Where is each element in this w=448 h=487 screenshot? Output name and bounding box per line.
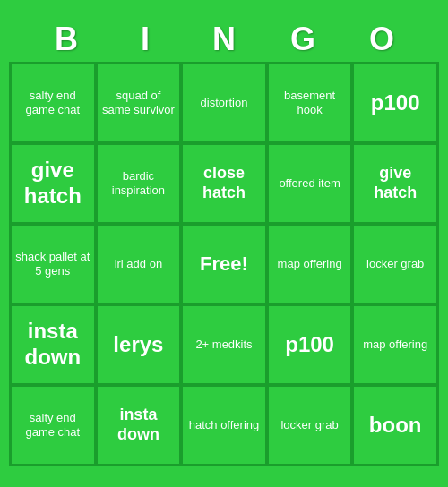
- cell-1-3: offered item: [268, 144, 352, 223]
- letter-g: G: [263, 21, 342, 58]
- bingo-grid: salty end game chat squad of same surviv…: [9, 62, 439, 466]
- cell-3-2: 2+ medkits: [182, 305, 266, 384]
- cell-2-4: locker grab: [353, 225, 437, 303]
- cell-1-0: give hatch: [11, 144, 95, 223]
- cell-0-3: basement hook: [268, 64, 352, 142]
- cell-2-3: map offering: [268, 225, 352, 303]
- cell-0-1: squad of same survivor: [97, 64, 181, 142]
- cell-4-0: salty end game chat: [11, 386, 95, 465]
- cell-0-4: p100: [353, 64, 437, 142]
- cell-3-3: p100: [268, 305, 352, 384]
- cell-3-1: lerys: [97, 305, 181, 384]
- cell-1-4: give hatch: [353, 144, 437, 223]
- cell-1-1: bardic inspiration: [97, 144, 181, 223]
- cell-4-3: locker grab: [268, 386, 352, 465]
- letter-o: O: [342, 21, 421, 58]
- cell-4-2: hatch offering: [182, 386, 266, 465]
- bingo-header: B I N G O: [9, 21, 439, 58]
- cell-2-2-free: Free!: [182, 225, 266, 303]
- cell-0-0: salty end game chat: [11, 64, 95, 142]
- cell-0-2: distortion: [182, 64, 266, 142]
- cell-4-4: boon: [353, 386, 437, 465]
- cell-1-2: close hatch: [182, 144, 266, 223]
- cell-2-1: iri add on: [97, 225, 181, 303]
- cell-3-4: map offering: [353, 305, 437, 384]
- letter-i: I: [106, 21, 185, 58]
- bingo-card: B I N G O salty end game chat squad of s…: [9, 21, 439, 466]
- letter-n: N: [185, 21, 263, 58]
- cell-3-0: insta down: [11, 305, 95, 384]
- letter-b: B: [27, 21, 106, 58]
- cell-2-0: shack pallet at 5 gens: [11, 225, 95, 303]
- cell-4-1: insta down: [97, 386, 181, 465]
